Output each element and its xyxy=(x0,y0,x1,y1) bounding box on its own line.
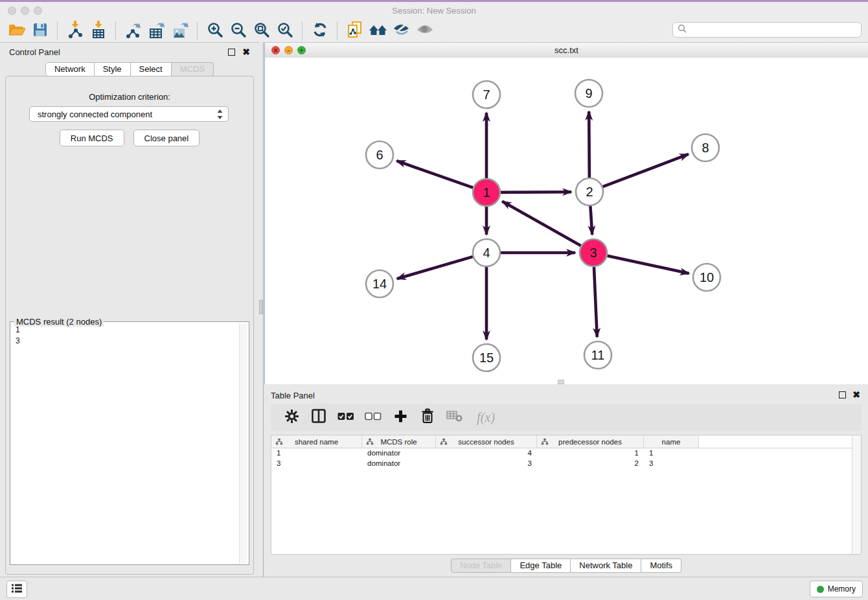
table-tabs: Node TableEdge TableNetwork TableMotifs xyxy=(264,559,868,573)
save-floppy-icon xyxy=(32,22,48,40)
close-table-panel-icon[interactable]: ✖ xyxy=(852,391,860,398)
delete-column-button[interactable] xyxy=(416,407,439,428)
toolbar-separator xyxy=(337,22,338,40)
save-session-button[interactable] xyxy=(29,21,52,41)
column-header-MCDS-role[interactable]: MCDS role xyxy=(362,435,436,448)
tab-edge-table[interactable]: Edge Table xyxy=(511,559,571,573)
graph-node-label: 11 xyxy=(591,348,605,362)
splitter-handle[interactable] xyxy=(259,300,263,314)
tab-network-table[interactable]: Network Table xyxy=(571,559,641,573)
app-titlebar: Session: New Session xyxy=(0,0,868,21)
zoom-selected-button[interactable] xyxy=(273,21,297,41)
column-header-successor-nodes[interactable]: successor nodes xyxy=(436,435,537,448)
clone-network-button[interactable] xyxy=(343,21,367,41)
first-neighbors-button[interactable] xyxy=(367,21,390,41)
graph-edge-1-6[interactable] xyxy=(396,161,473,187)
graph-edge-1-2[interactable] xyxy=(501,192,571,192)
export-network-button[interactable] xyxy=(122,21,145,41)
import-table-icon xyxy=(90,21,107,41)
network-graph[interactable]: 1234678910111415 xyxy=(265,58,867,384)
table-cell[interactable]: 3 xyxy=(271,459,362,469)
export-image-button[interactable] xyxy=(168,21,192,41)
table-settings-button[interactable] xyxy=(280,407,303,428)
table-body: 1dominator4113dominator323 xyxy=(271,448,861,469)
table-cell[interactable]: dominator xyxy=(362,459,436,469)
graph-edge-3-1[interactable] xyxy=(502,202,580,246)
canvas-scroll-grip[interactable] xyxy=(558,380,564,384)
control-panel: Control Panel ✖ NetworkStyleSelectMCDS O… xyxy=(0,42,259,577)
network-canvas[interactable]: 1234678910111415 xyxy=(265,58,868,384)
delete-table-button[interactable] xyxy=(443,407,466,428)
unselect-all-columns-button[interactable] xyxy=(361,407,385,428)
zoom-fit-button[interactable] xyxy=(250,21,273,41)
zoom-out-button[interactable] xyxy=(227,21,250,41)
zoom-in-button[interactable] xyxy=(203,21,227,41)
table-cell[interactable]: 1 xyxy=(537,448,644,459)
table-cell[interactable]: 4 xyxy=(436,448,537,459)
tab-style[interactable]: Style xyxy=(95,62,131,76)
column-label: MCDS role xyxy=(380,438,417,446)
task-history-button[interactable] xyxy=(6,581,27,598)
run-mcds-button[interactable]: Run MCDS xyxy=(60,130,124,146)
tab-network[interactable]: Network xyxy=(45,62,95,76)
criterion-dropdown[interactable]: strongly connected component xyxy=(29,106,229,122)
open-session-button[interactable] xyxy=(5,21,29,41)
tab-select[interactable]: Select xyxy=(131,62,172,76)
import-table-button[interactable] xyxy=(87,21,110,41)
close-panel-icon[interactable]: ✖ xyxy=(242,49,250,56)
status-bar: Memory xyxy=(0,577,868,600)
graph-edge-2-8[interactable] xyxy=(603,154,689,187)
column-header-predecessor-nodes[interactable]: predecessor nodes xyxy=(537,435,644,448)
window-title: Session: New Session xyxy=(0,6,868,16)
export-network-icon xyxy=(124,21,143,41)
create-column-button[interactable] xyxy=(389,407,412,428)
criterion-value: strongly connected component xyxy=(38,110,152,119)
graph-node-label: 4 xyxy=(483,246,490,260)
search-input[interactable] xyxy=(689,23,861,37)
column-header-name[interactable]: name xyxy=(644,435,699,448)
table-cell[interactable]: 3 xyxy=(644,459,699,469)
tab-motifs[interactable]: Motifs xyxy=(641,559,681,573)
table-cell[interactable]: dominator xyxy=(362,448,436,459)
memory-label: Memory xyxy=(828,584,856,594)
graph-edge-3-11[interactable] xyxy=(594,267,597,337)
table-row[interactable]: 3dominator323 xyxy=(271,459,861,469)
zoom-selected-icon xyxy=(277,21,293,41)
graph-edge-3-10[interactable] xyxy=(607,256,689,273)
close-panel-button[interactable]: Close panel xyxy=(133,130,200,146)
eye-slash-icon xyxy=(393,22,411,40)
float-table-panel-icon[interactable] xyxy=(839,391,846,398)
toolbar-separator xyxy=(115,22,117,40)
tab-node-table[interactable]: Node Table xyxy=(451,559,512,573)
graph-edge-2-3[interactable] xyxy=(590,206,592,235)
function-builder-button[interactable]: f(x) xyxy=(470,407,501,428)
float-panel-icon[interactable] xyxy=(228,49,235,56)
select-all-columns-button[interactable] xyxy=(334,407,358,428)
toolbar-search[interactable] xyxy=(672,22,862,38)
refresh-layout-button[interactable] xyxy=(308,21,332,41)
import-network-button[interactable] xyxy=(63,21,87,41)
unchecked-boxes-icon xyxy=(365,411,382,423)
graph-edge-4-14[interactable] xyxy=(397,257,473,279)
graph-edge-2-9[interactable] xyxy=(589,111,589,178)
show-all-button[interactable] xyxy=(413,21,437,41)
show-column-panel-button[interactable] xyxy=(307,407,330,428)
export-table-button[interactable] xyxy=(145,21,168,41)
search-icon xyxy=(678,24,687,36)
table-cell[interactable]: 1 xyxy=(644,448,699,459)
table-cell[interactable]: 2 xyxy=(537,459,644,469)
table-cell[interactable]: 3 xyxy=(436,459,537,469)
tab-mcds[interactable]: MCDS xyxy=(172,62,214,76)
hide-selected-button[interactable] xyxy=(390,21,413,41)
node-table[interactable]: shared nameMCDS rolesuccessor nodesprede… xyxy=(271,435,862,555)
panel-splitter[interactable] xyxy=(259,42,264,577)
column-header-shared-name[interactable]: shared name xyxy=(271,435,362,448)
table-cell[interactable]: 1 xyxy=(271,448,362,459)
result-scrollbar[interactable] xyxy=(239,323,247,563)
table-scrollbar[interactable] xyxy=(852,435,861,554)
memory-button[interactable]: Memory xyxy=(810,581,863,597)
memory-status-dot xyxy=(817,586,824,593)
table-row[interactable]: 1dominator411 xyxy=(271,448,861,459)
column-type-icon xyxy=(275,437,283,447)
network-view-window: ✕ – + scc.txt 1234678910111415 xyxy=(264,43,868,384)
